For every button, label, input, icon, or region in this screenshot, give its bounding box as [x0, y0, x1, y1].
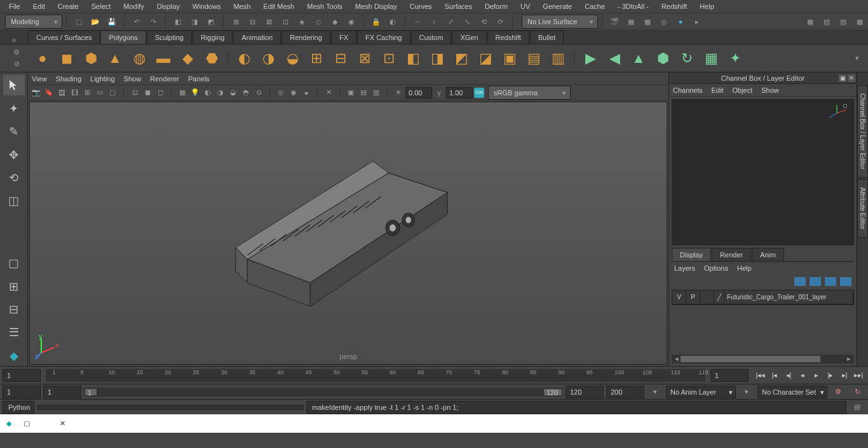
- layer-color-cell[interactable]: ╱: [714, 290, 724, 304]
- shelf-trash-icon[interactable]: ⊘: [11, 59, 22, 69]
- panel-shading[interactable]: Shading: [56, 75, 81, 83]
- panel-view[interactable]: View: [32, 75, 47, 83]
- script-editor-icon[interactable]: ▤: [850, 400, 864, 414]
- step-back-icon[interactable]: ◂|: [783, 370, 794, 381]
- poly-combine-icon[interactable]: ◐: [233, 48, 255, 69]
- range-slider-track[interactable]: 1 120: [84, 388, 563, 397]
- shelf-tab-polygons[interactable]: Polygons: [100, 31, 146, 44]
- menu-redshift[interactable]: Redshift: [655, 1, 693, 12]
- time-ruler[interactable]: 1510152025303540455055606570758085909510…: [46, 369, 705, 382]
- shelf-tab-redshift[interactable]: Redshift: [487, 31, 529, 44]
- pt-exposure-icon[interactable]: ☀: [393, 87, 404, 98]
- range-anim-start-input[interactable]: [43, 386, 81, 398]
- poly-flag7-icon[interactable]: ✦: [724, 48, 746, 69]
- menu-mesh[interactable]: Mesh: [227, 1, 257, 12]
- workspace-panel3-icon[interactable]: ▨: [836, 15, 850, 29]
- shelf-tab-custom[interactable]: Custom: [411, 31, 452, 44]
- paint-select-tool[interactable]: ✎: [3, 121, 25, 142]
- maya-logo-icon[interactable]: ◆: [3, 346, 25, 366]
- menu-meshtools[interactable]: Mesh Tools: [301, 1, 348, 12]
- play-back-icon[interactable]: ◂: [797, 370, 808, 381]
- scroll-thumb[interactable]: [681, 356, 820, 362]
- menu-uv[interactable]: UV: [514, 1, 536, 12]
- poly-connect-icon[interactable]: ◪: [475, 48, 496, 69]
- panel-close-icon[interactable]: ✕: [848, 74, 855, 82]
- character-set-dropdown[interactable]: No Character Set: [757, 386, 827, 398]
- layout-four-icon[interactable]: ⊞: [3, 276, 25, 296]
- snap-toggle-icon[interactable]: ◆: [328, 15, 342, 29]
- ch-object[interactable]: Object: [732, 86, 752, 94]
- snap-curve-icon[interactable]: ⊟: [245, 15, 259, 29]
- shelf-scroll-icon[interactable]: ▾: [850, 51, 864, 65]
- go-start-icon[interactable]: |◂◂: [755, 370, 766, 381]
- new-scene-icon[interactable]: ▢: [72, 15, 86, 29]
- lasso-tool[interactable]: ✦: [3, 98, 25, 118]
- poly-plane-icon[interactable]: ▬: [153, 48, 174, 69]
- pt-shade-wire-icon[interactable]: ⊡: [129, 87, 140, 98]
- shelf-tab-xgen[interactable]: XGen: [452, 31, 486, 44]
- pt-grid-icon[interactable]: ⊞: [81, 87, 93, 98]
- panel-lighting[interactable]: Lighting: [90, 75, 115, 83]
- pt-shadow-icon[interactable]: ◐: [202, 87, 214, 98]
- poly-disc-icon[interactable]: ◆: [177, 48, 198, 69]
- poly-multicut-icon[interactable]: ◨: [426, 48, 448, 69]
- gamma-input[interactable]: [446, 87, 473, 98]
- workspace-panel4-icon[interactable]: ▩: [853, 15, 867, 29]
- layer-menu-layers[interactable]: Layers: [674, 264, 695, 272]
- menu-edit[interactable]: Edit: [27, 1, 51, 12]
- layer-menu-options[interactable]: Options: [704, 264, 728, 272]
- move-tool[interactable]: ✥: [3, 144, 25, 165]
- shelf-tab-rigging[interactable]: Rigging: [193, 31, 233, 44]
- scroll-left-icon[interactable]: ◂: [673, 355, 681, 362]
- anim-layer-dropdown-icon[interactable]: ▾: [740, 385, 754, 399]
- menu-curves[interactable]: Curves: [403, 1, 438, 12]
- menu-display[interactable]: Display: [151, 1, 186, 12]
- poly-flag4-icon[interactable]: ⬢: [652, 48, 674, 69]
- snap-grid-icon[interactable]: ⊞: [229, 15, 243, 29]
- range-start-handle[interactable]: 1: [85, 389, 97, 395]
- layer-row[interactable]: V P ╱ Futuristic_Cargo_Trailer_001_layer: [672, 290, 853, 304]
- ch-channels[interactable]: Channels: [673, 86, 702, 94]
- ch-edit[interactable]: Edit: [711, 86, 723, 94]
- tab-attribute-editor[interactable]: Attribute Editor: [857, 179, 868, 238]
- pt-motion-icon[interactable]: ◒: [227, 87, 239, 98]
- shelf-tab-animation[interactable]: Animation: [233, 31, 281, 44]
- shelf-editor-icon[interactable]: ⚙: [11, 48, 22, 58]
- pt-shade-smooth-icon[interactable]: ◼: [142, 87, 153, 98]
- menu-generate[interactable]: Generate: [536, 1, 578, 12]
- menu-deform[interactable]: Deform: [478, 1, 514, 12]
- poly-quad-draw-icon[interactable]: ▣: [499, 48, 520, 69]
- menu-surfaces[interactable]: Surfaces: [438, 1, 478, 12]
- panel-minimize-icon[interactable]: ▣: [839, 74, 846, 82]
- sym-topo-icon[interactable]: ⟳: [493, 15, 507, 29]
- workspace-dropdown[interactable]: Modeling: [5, 15, 62, 29]
- range-end-handle[interactable]: 120: [544, 389, 562, 395]
- poly-flag6-icon[interactable]: ▦: [700, 48, 722, 69]
- snap-live-icon[interactable]: ◈: [295, 15, 309, 29]
- colorspace-dropdown[interactable]: sRGB gamma: [488, 86, 571, 100]
- poly-collapse-icon[interactable]: ▥: [547, 48, 569, 69]
- panel-show[interactable]: Show: [124, 75, 142, 83]
- menu-windows[interactable]: Windows: [186, 1, 227, 12]
- poly-insert-edge-icon[interactable]: ▤: [523, 48, 545, 69]
- live-surface-dropdown[interactable]: No Live Surface: [522, 15, 598, 29]
- pt-polycount-icon[interactable]: ▤: [358, 87, 369, 98]
- shelf-tab-bullet[interactable]: Bullet: [530, 31, 564, 44]
- colormgmt-toggle-icon[interactable]: ON: [474, 88, 484, 98]
- poly-extrude-icon[interactable]: ⊠: [354, 48, 376, 69]
- pt-texture-icon[interactable]: ▦: [177, 87, 188, 98]
- step-back-key-icon[interactable]: |◂: [769, 370, 780, 381]
- scroll-right-icon[interactable]: ▸: [845, 355, 853, 362]
- workspace-panel1-icon[interactable]: ▦: [803, 15, 817, 29]
- poly-flag3-icon[interactable]: ▲: [628, 48, 649, 69]
- render-globals-icon[interactable]: ●: [674, 15, 688, 29]
- sym-world-icon[interactable]: ⟲: [477, 15, 491, 29]
- viewcube-icon[interactable]: [824, 104, 850, 123]
- layer-name[interactable]: Futuristic_Cargo_Trailer_001_layer: [724, 290, 853, 304]
- render-settings-icon[interactable]: ▩: [641, 15, 654, 29]
- poly-torus-icon[interactable]: ◍: [128, 48, 150, 69]
- pt-shade-flat-icon[interactable]: ◻: [154, 87, 166, 98]
- menu-3dtoall[interactable]: - 3DtoAll -: [611, 1, 655, 12]
- range-start-input[interactable]: [3, 386, 41, 398]
- pt-viewcube-icon[interactable]: ▥: [370, 87, 382, 98]
